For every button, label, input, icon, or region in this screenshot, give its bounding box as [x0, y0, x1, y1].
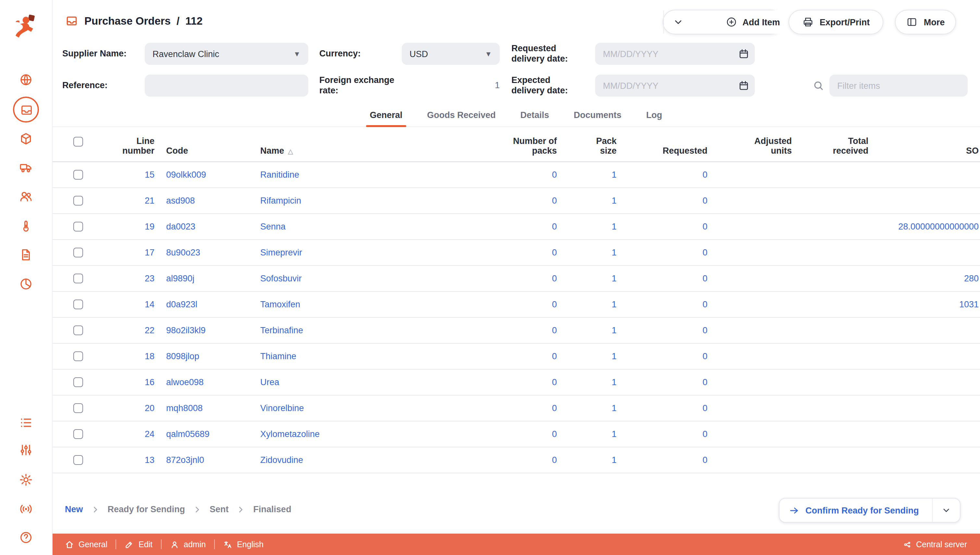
export-print-button[interactable]: Export/Print: [789, 10, 883, 34]
row-checkbox[interactable]: [73, 248, 83, 257]
tab-details[interactable]: Details: [513, 105, 557, 127]
sliders-icon[interactable]: [19, 443, 33, 457]
cell-requested[interactable]: 0: [618, 292, 709, 317]
cell-code[interactable]: alwoe098: [156, 370, 250, 395]
cell-line-number[interactable]: 20: [91, 396, 156, 421]
cell-number-of-packs[interactable]: 0: [451, 214, 558, 239]
footer-central-server[interactable]: Central server: [903, 540, 967, 549]
sort-asc-icon[interactable]: △: [288, 148, 293, 156]
cell-name[interactable]: Zidovudine: [250, 448, 451, 473]
cell-so[interactable]: [870, 448, 980, 473]
cell-name[interactable]: Xylometazoline: [250, 422, 451, 447]
cell-requested[interactable]: 0: [618, 240, 709, 265]
supplier-name-select[interactable]: Ravenclaw Clinic ▼: [145, 43, 308, 65]
table-row[interactable]: 2298o2il3kl9Terbinafine010: [52, 318, 980, 343]
cell-number-of-packs[interactable]: 0: [451, 188, 558, 213]
cell-pack-size[interactable]: 1: [558, 422, 618, 447]
calendar-icon[interactable]: [738, 48, 750, 59]
row-checkbox[interactable]: [73, 300, 83, 309]
cell-code[interactable]: asd908: [156, 188, 250, 213]
tab-log[interactable]: Log: [638, 105, 670, 127]
cell-line-number[interactable]: 21: [91, 188, 156, 213]
cell-name[interactable]: Senna: [250, 214, 451, 239]
help-icon[interactable]: [19, 530, 33, 545]
cell-line-number[interactable]: 22: [91, 318, 156, 343]
stock-box-icon[interactable]: [19, 132, 33, 146]
header-number-of-packs[interactable]: Number of packs: [451, 127, 558, 162]
cell-so[interactable]: [870, 188, 980, 213]
cell-line-number[interactable]: 23: [91, 266, 156, 291]
cell-code[interactable]: 8098jlop: [156, 343, 250, 369]
step-ready-for-sending[interactable]: Ready for Sending: [108, 504, 185, 514]
table-row[interactable]: 20mqh8008Vinorelbine010: [52, 396, 980, 422]
globe-icon[interactable]: [19, 73, 33, 87]
cell-number-of-packs[interactable]: 0: [451, 343, 558, 369]
requested-delivery-date-input[interactable]: [595, 43, 755, 65]
cell-so[interactable]: 280: [870, 266, 980, 291]
row-checkbox[interactable]: [73, 377, 83, 387]
cell-pack-size[interactable]: 1: [558, 343, 618, 369]
cell-code[interactable]: da0023: [156, 214, 250, 239]
cell-so[interactable]: [870, 240, 980, 265]
step-finalised[interactable]: Finalised: [253, 504, 291, 514]
table-row[interactable]: 19da0023Senna01028.00000000000000: [52, 214, 980, 240]
cell-code[interactable]: 98o2il3kl9: [156, 318, 250, 343]
cell-requested[interactable]: 0: [618, 318, 709, 343]
cell-requested[interactable]: 0: [618, 422, 709, 447]
cell-line-number[interactable]: 13: [91, 448, 156, 473]
cell-code[interactable]: qalm05689: [156, 422, 250, 447]
expected-delivery-date-input[interactable]: [595, 75, 755, 96]
step-sent[interactable]: Sent: [210, 504, 229, 514]
cell-pack-size[interactable]: 1: [558, 266, 618, 291]
broadcast-icon[interactable]: [19, 502, 33, 516]
cell-pack-size[interactable]: 1: [558, 318, 618, 343]
cell-code[interactable]: 09olkk009: [156, 162, 250, 188]
cell-line-number[interactable]: 14: [91, 292, 156, 317]
cell-so[interactable]: [870, 396, 980, 421]
cell-name[interactable]: Sofosbuvir: [250, 266, 451, 291]
cell-code[interactable]: al9890j: [156, 266, 250, 291]
cell-pack-size[interactable]: 1: [558, 396, 618, 421]
cell-number-of-packs[interactable]: 0: [451, 318, 558, 343]
sidebar-item-inbox-active[interactable]: [13, 96, 39, 122]
table-row[interactable]: 24qalm05689Xylometazoline010: [52, 422, 980, 448]
cell-so[interactable]: [870, 422, 980, 447]
cell-so[interactable]: [870, 162, 980, 188]
header-so[interactable]: SO: [870, 127, 980, 162]
cell-requested[interactable]: 0: [618, 162, 709, 188]
cell-requested[interactable]: 0: [618, 214, 709, 239]
cell-number-of-packs[interactable]: 0: [451, 448, 558, 473]
add-item-dropdown-toggle[interactable]: [663, 10, 692, 34]
cell-requested[interactable]: 0: [618, 188, 709, 213]
cell-line-number[interactable]: 15: [91, 162, 156, 188]
cell-code[interactable]: mqh8008: [156, 396, 250, 421]
cell-name[interactable]: Ranitidine: [250, 162, 451, 188]
cell-pack-size[interactable]: 1: [558, 448, 618, 473]
cell-line-number[interactable]: 16: [91, 370, 156, 395]
more-button[interactable]: More: [895, 10, 956, 34]
cell-so[interactable]: [870, 370, 980, 395]
cell-so[interactable]: 28.00000000000000: [870, 214, 980, 239]
people-icon[interactable]: [19, 189, 33, 204]
table-row[interactable]: 23al9890jSofosbuvir010280: [52, 266, 980, 292]
cell-line-number[interactable]: 19: [91, 214, 156, 239]
row-checkbox[interactable]: [73, 196, 83, 205]
cell-pack-size[interactable]: 1: [558, 292, 618, 317]
cell-pack-size[interactable]: 1: [558, 188, 618, 213]
cell-requested[interactable]: 0: [618, 343, 709, 369]
cell-line-number[interactable]: 24: [91, 422, 156, 447]
cell-line-number[interactable]: 18: [91, 343, 156, 369]
cell-so[interactable]: [870, 318, 980, 343]
list-icon[interactable]: [19, 415, 33, 430]
cell-number-of-packs[interactable]: 0: [451, 370, 558, 395]
cell-name[interactable]: Tamoxifen: [250, 292, 451, 317]
cell-pack-size[interactable]: 1: [558, 162, 618, 188]
thermometer-icon[interactable]: [19, 219, 33, 233]
row-checkbox[interactable]: [73, 351, 83, 361]
header-name[interactable]: Name△: [250, 127, 451, 162]
cell-code[interactable]: 872o3jnl0: [156, 448, 250, 473]
cell-name[interactable]: Urea: [250, 370, 451, 395]
reference-input[interactable]: [145, 75, 308, 96]
header-requested[interactable]: Requested: [618, 127, 709, 162]
cell-name[interactable]: Vinorelbine: [250, 396, 451, 421]
